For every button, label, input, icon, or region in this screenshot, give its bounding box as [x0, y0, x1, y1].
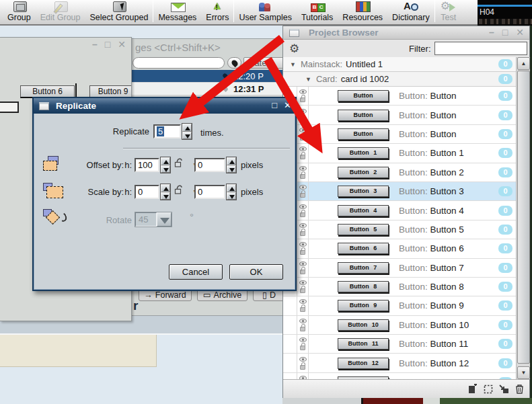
button-thumbnail[interactable]: Button 6	[338, 243, 389, 254]
minimize-icon[interactable]: –	[489, 27, 494, 38]
mainstack-row[interactable]: ▼ Mainstack: Untitled 1 0	[283, 57, 516, 72]
stepper-down-icon[interactable]	[161, 192, 170, 200]
unlock-link-icon[interactable]	[174, 184, 183, 194]
eye-icon[interactable]	[299, 223, 307, 228]
lock-icon[interactable]	[300, 136, 305, 140]
lock-icon[interactable]	[300, 97, 305, 102]
rotate-combo[interactable]: 45	[135, 212, 172, 227]
lock-icon[interactable]	[300, 365, 305, 370]
visibility-lock-cell[interactable]	[297, 373, 309, 379]
lock-icon[interactable]	[300, 270, 305, 274]
offset-h-stepper[interactable]	[160, 157, 171, 173]
visibility-lock-cell[interactable]	[297, 144, 309, 162]
object-row[interactable]: Button 3 Button: Button 3 0	[283, 182, 516, 201]
lock-icon[interactable]	[300, 174, 305, 179]
new-card-icon[interactable]	[468, 384, 478, 394]
eye-icon[interactable]	[299, 242, 307, 247]
object-row[interactable]: Button 4 Button: Button 4 0	[283, 201, 516, 220]
eye-icon[interactable]	[299, 319, 307, 323]
object-row[interactable]: Button 1 Button: Button 1 0	[283, 144, 516, 163]
button-thumbnail[interactable]: Button	[338, 90, 389, 102]
unlock-link-icon[interactable]	[174, 157, 183, 167]
object-row[interactable]: Button 12 Button: Button 12 0	[283, 354, 516, 372]
scale-h-field[interactable]: 0	[135, 185, 159, 199]
visibility-lock-cell[interactable]	[297, 354, 309, 372]
eye-icon[interactable]	[299, 185, 307, 190]
scrollbar[interactable]: ▲ ▼	[516, 57, 530, 379]
hot-filter-button[interactable]	[227, 57, 241, 69]
replicate-count-field[interactable]: 5	[153, 124, 181, 138]
minimize-icon[interactable]: –	[92, 39, 98, 50]
visibility-lock-cell[interactable]	[297, 163, 309, 181]
message-row[interactable]: 12:20 P	[127, 70, 290, 83]
toolbar-item[interactable]: Edit Group	[36, 0, 85, 22]
button-thumbnail[interactable]: Button	[338, 110, 389, 121]
close-icon[interactable]: ✕	[516, 27, 524, 38]
visibility-lock-cell[interactable]	[297, 220, 309, 239]
lock-icon[interactable]	[300, 212, 305, 217]
lock-icon[interactable]	[300, 346, 305, 350]
offset-v-stepper[interactable]	[226, 157, 237, 173]
card-row[interactable]: ▼ Card: card id 1002 0	[283, 72, 516, 87]
stepper-up-icon[interactable]	[161, 157, 170, 165]
select-rect-icon[interactable]	[484, 385, 493, 394]
lock-icon[interactable]	[300, 155, 305, 159]
visibility-lock-cell[interactable]	[297, 316, 309, 334]
lock-icon[interactable]	[300, 231, 305, 236]
visibility-lock-cell[interactable]	[297, 87, 309, 105]
lock-icon[interactable]	[300, 307, 305, 312]
visibility-lock-cell[interactable]	[297, 182, 309, 200]
eye-icon[interactable]	[299, 166, 307, 171]
toolbar-item[interactable]: Dictionary	[387, 0, 434, 22]
object-row[interactable]: Button Button: Button 0	[283, 106, 516, 124]
visibility-lock-cell[interactable]	[297, 201, 309, 219]
maximize-icon[interactable]: □	[105, 39, 110, 50]
lock-icon[interactable]	[300, 327, 305, 331]
scroll-up-icon[interactable]: ▲	[517, 57, 530, 70]
chevron-down-icon[interactable]	[157, 212, 172, 227]
eye-icon[interactable]	[299, 357, 307, 362]
object-row[interactable]: Button 8 Button: Button 8 0	[283, 278, 516, 296]
visibility-lock-cell[interactable]	[297, 106, 309, 124]
maximize-icon[interactable]: □	[272, 100, 277, 110]
filter-input[interactable]	[434, 42, 527, 55]
search-input[interactable]	[132, 57, 225, 69]
button-thumbnail[interactable]: Button 12	[338, 358, 389, 369]
eye-icon[interactable]	[299, 299, 307, 304]
visibility-lock-cell[interactable]	[297, 239, 309, 257]
eye-icon[interactable]	[299, 280, 307, 285]
disclosure-triangle-icon[interactable]: ▼	[290, 61, 296, 68]
eye-icon[interactable]	[299, 204, 307, 209]
eye-icon[interactable]	[299, 337, 307, 342]
visibility-lock-cell[interactable]	[297, 296, 309, 315]
eye-icon[interactable]	[299, 147, 307, 151]
button-thumbnail[interactable]: Button 4	[338, 205, 389, 216]
visibility-lock-cell[interactable]	[297, 259, 309, 277]
button-thumbnail[interactable]: Button 10	[338, 319, 389, 331]
date-column-header[interactable]: Date	[243, 57, 285, 69]
scroll-down-icon[interactable]: ▼	[517, 366, 530, 379]
object-row[interactable]: Button 5 Button: Button 5 0	[283, 220, 516, 239]
stepper-down-icon[interactable]	[227, 165, 236, 173]
lock-icon[interactable]	[300, 250, 305, 255]
stepper-up-icon[interactable]	[227, 184, 236, 192]
cancel-button[interactable]: Cancel	[169, 264, 223, 280]
stepper-down-icon[interactable]	[227, 192, 236, 200]
move-into-icon[interactable]	[499, 385, 509, 394]
object-row[interactable]: Button Button: Button 0	[283, 87, 516, 106]
object-row[interactable]: Button 9 Button: Button 9 0	[283, 296, 516, 315]
disclosure-triangle-icon[interactable]: ▼	[305, 76, 311, 83]
toolbar-item[interactable]: Test	[435, 0, 462, 22]
close-icon[interactable]: ✕	[284, 100, 291, 110]
button-thumbnail[interactable]: Button 3	[338, 186, 389, 197]
eye-icon[interactable]	[299, 128, 307, 132]
object-row[interactable]: Button 7 Button: Button 7 0	[283, 259, 516, 278]
stepper-up-icon[interactable]	[227, 157, 236, 165]
stepper-down-icon[interactable]	[182, 132, 192, 140]
message-row[interactable]: 12:31 P	[127, 83, 290, 95]
button-thumbnail[interactable]: Button 7	[338, 262, 389, 274]
button-thumbnail[interactable]: Button	[338, 128, 389, 140]
object-row[interactable]: Button Button: Button 0	[283, 125, 516, 144]
lock-icon[interactable]	[300, 193, 305, 198]
toolbar-item[interactable]: Group	[3, 0, 36, 22]
